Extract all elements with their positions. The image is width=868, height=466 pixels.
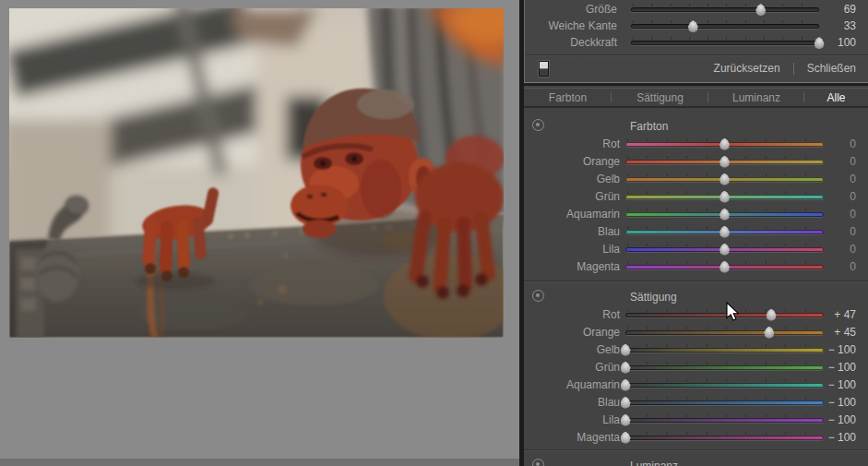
slider-value[interactable]: 69 (808, 3, 856, 16)
hsl-slider-row: Aquamarin0 (524, 205, 868, 222)
slider-bar (625, 365, 824, 370)
slider-value[interactable]: 0 (808, 137, 856, 150)
slider-label: Deckkraft (525, 36, 617, 49)
close-button[interactable]: Schließen (807, 62, 856, 75)
hsl-slider-row: Rot0 (524, 135, 868, 152)
targeted-adjustment-button[interactable] (532, 119, 544, 131)
slider-track[interactable] (625, 265, 824, 270)
slider-label: Grün (524, 361, 620, 374)
targeted-adjustment-button[interactable] (532, 290, 544, 302)
slider-track[interactable] (625, 330, 824, 336)
slider-bar (625, 348, 824, 352)
slider-value[interactable]: + 45 (808, 326, 856, 339)
slider-label: Größe (525, 3, 617, 16)
tab-luminanz[interactable]: Luminanz (708, 89, 804, 106)
section-title: Sättigung (630, 291, 677, 304)
slider-ticks (627, 432, 822, 435)
slider-bar (625, 330, 824, 335)
tab-alle[interactable]: Alle (804, 89, 868, 106)
slider-value[interactable]: 0 (808, 260, 856, 273)
slider-label: Orange (524, 155, 620, 168)
slider-value[interactable]: 0 (808, 190, 856, 203)
slider-value[interactable]: 0 (808, 225, 856, 238)
slider-track[interactable] (625, 383, 824, 388)
slider-value[interactable]: − 100 (808, 378, 856, 391)
slider-track[interactable] (625, 230, 824, 235)
slider-label: Lila (524, 413, 620, 426)
hsl-slider-row: Gelb− 100 (524, 341, 868, 358)
slider-value[interactable]: 33 (808, 19, 856, 32)
slider-bar (625, 436, 824, 440)
slider-track[interactable] (625, 177, 824, 183)
slider-value[interactable]: + 47 (808, 308, 856, 321)
slider-label: Lila (524, 243, 620, 256)
reset-button[interactable]: Zurücksetzen (714, 62, 780, 75)
slider-ticks (633, 37, 817, 40)
brush-slider-row: Deckkraft100 (525, 34, 868, 51)
slider-bar (625, 313, 824, 317)
tab-sttigung[interactable]: Sättigung (612, 89, 708, 106)
hsl-slider-row: Grün0 (524, 187, 868, 205)
slider-value[interactable]: − 100 (808, 343, 856, 356)
slider-value[interactable]: − 100 (808, 396, 856, 409)
slider-ticks (627, 327, 822, 329)
slider-value[interactable]: 0 (808, 173, 856, 185)
slider-track[interactable] (625, 436, 824, 441)
slider-ticks (633, 20, 817, 23)
slider-value[interactable]: 100 (808, 36, 856, 49)
slider-bar (631, 7, 819, 12)
slider-label: Magenta (524, 431, 620, 444)
slider-value[interactable]: 0 (808, 155, 856, 168)
right-panel: Größe69Weiche Kante33Deckkraft100 Zurück… (519, 0, 868, 466)
slider-value[interactable]: − 100 (808, 361, 856, 374)
hsl-slider-row: Aquamarin− 100 (524, 376, 868, 393)
hsl-tab-bar: FarbtonSättigungLuminanzAlle (524, 88, 868, 108)
hsl-slider-row: Magenta− 100 (524, 428, 868, 446)
slider-track[interactable] (625, 400, 824, 406)
slider-value[interactable]: 0 (808, 243, 856, 256)
brush-slider-row: Größe69 (525, 1, 868, 18)
slider-track[interactable] (625, 313, 824, 318)
section-header: Sättigung (524, 288, 868, 305)
slider-label: Aquamarin (524, 378, 620, 391)
targeted-adjustment-button[interactable] (532, 459, 544, 466)
slider-label: Blau (524, 396, 620, 409)
slider-label: Rot (524, 137, 620, 150)
hsl-slider-row: Orange0 (524, 152, 868, 170)
slider-track[interactable] (625, 160, 824, 165)
slider-ticks (627, 362, 822, 364)
slider-label: Blau (524, 225, 620, 238)
section-luminanz: Luminanz (524, 449, 868, 466)
slider-label: Gelb (524, 173, 620, 185)
section-sttigung: SättigungRot+ 47Orange+ 45Gelb− 100Grün−… (524, 281, 868, 449)
slider-track[interactable] (631, 24, 819, 30)
slider-track[interactable] (625, 365, 824, 371)
photo-canvas[interactable] (9, 8, 504, 338)
hsl-slider-row: Orange+ 45 (524, 323, 868, 341)
slider-ticks (627, 397, 822, 400)
section-title: Luminanz (630, 460, 678, 466)
hsl-slider-row: Lila− 100 (524, 411, 868, 428)
slider-track[interactable] (631, 41, 819, 46)
slider-track[interactable] (625, 212, 824, 218)
slider-bar (625, 383, 824, 388)
slider-value[interactable]: 0 (808, 208, 856, 221)
slider-bar (625, 418, 824, 423)
slider-track[interactable] (625, 418, 824, 424)
slider-track[interactable] (625, 348, 824, 353)
slider-track[interactable] (631, 7, 819, 13)
slider-label: Magenta (524, 260, 620, 273)
slider-track[interactable] (625, 195, 824, 200)
hsl-panel-content: FarbtonRot0Orange0Gelb0Grün0Aquamarin0Bl… (524, 108, 868, 466)
slider-track[interactable] (625, 247, 824, 253)
overlay-toggle-switch[interactable] (539, 61, 549, 77)
slider-label: Aquamarin (524, 208, 620, 221)
slider-ticks (633, 4, 817, 6)
button-separator (793, 63, 794, 75)
section-header: Luminanz (524, 457, 868, 466)
slider-label: Grün (524, 190, 620, 203)
slider-track[interactable] (625, 142, 824, 148)
tab-farbton[interactable]: Farbton (524, 89, 612, 106)
slider-value[interactable]: − 100 (808, 431, 856, 444)
slider-value[interactable]: − 100 (808, 413, 856, 426)
